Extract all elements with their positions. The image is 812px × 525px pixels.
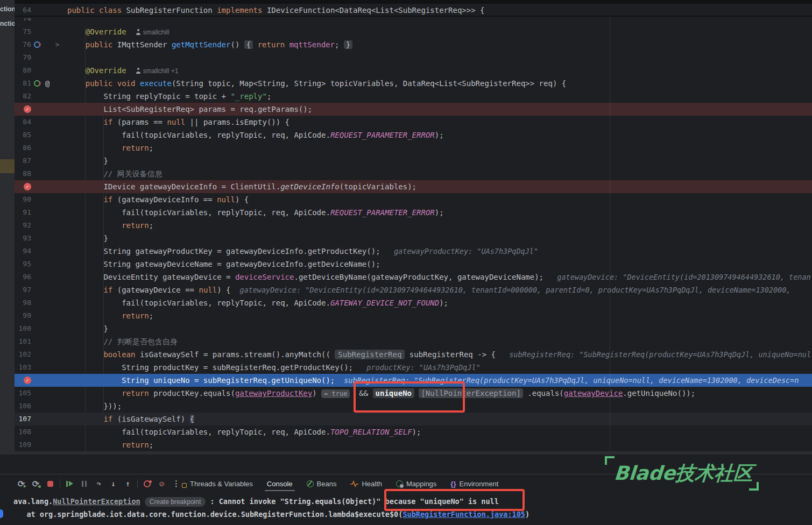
- gutter[interactable]: 92: [15, 219, 67, 232]
- gutter[interactable]: 103: [15, 361, 67, 374]
- gutter[interactable]: 95: [15, 258, 67, 271]
- code-text[interactable]: public IMqttSender getMqttSender() { ret…: [67, 38, 352, 51]
- line-number[interactable]: 108: [15, 425, 31, 438]
- code-segment[interactable]: Create breakpoint: [145, 497, 206, 507]
- gutter[interactable]: 102: [15, 348, 67, 361]
- line-number[interactable]: 97: [15, 283, 31, 296]
- code-text[interactable]: fail(topicVariables, replyTopic, req, Ap…: [67, 296, 448, 309]
- gutter[interactable]: 87: [15, 154, 67, 167]
- line-number[interactable]: 107: [15, 413, 31, 425]
- code-text[interactable]: }: [67, 232, 108, 245]
- line-number[interactable]: 80: [15, 64, 31, 77]
- gutter[interactable]: 74: [15, 18, 67, 25]
- tab-environment[interactable]: Environment: [450, 474, 498, 493]
- gutter[interactable]: 99: [15, 309, 67, 322]
- annotation-at-icon[interactable]: [45, 77, 50, 90]
- gutter[interactable]: 98: [15, 296, 67, 309]
- code-text[interactable]: fail(topicVariables, replyTopic, req, Ap…: [67, 425, 421, 438]
- line-number[interactable]: 87: [15, 154, 31, 167]
- code-text[interactable]: String gatewayProductKey = gatewayDevice…: [67, 245, 538, 258]
- code-segment[interactable]: gatewayDevice: [564, 389, 623, 398]
- gutter[interactable]: 107: [15, 413, 67, 425]
- breakpoint-icon[interactable]: ✓: [24, 183, 31, 190]
- line-number[interactable]: 76: [15, 38, 31, 51]
- step-out-icon[interactable]: [121, 477, 135, 490]
- code-segment[interactable]: gatewayProductKey: [235, 389, 312, 398]
- gutter[interactable]: ✓: [15, 103, 67, 116]
- gutter[interactable]: 81: [15, 77, 67, 90]
- rerun-icon[interactable]: [14, 477, 29, 490]
- line-number[interactable]: 101: [15, 335, 31, 348]
- rerun-debug-icon[interactable]: [29, 477, 43, 490]
- code-text[interactable]: String productKey = subRegisterReq.getPr…: [67, 361, 481, 374]
- line-number[interactable]: 82: [15, 90, 31, 103]
- code-text[interactable]: boolean isGatewaySelf = params.stream().…: [67, 348, 812, 361]
- tab-beans[interactable]: Beans: [307, 474, 337, 493]
- code-text[interactable]: String gatewayDeviceName = gatewayDevice…: [67, 258, 380, 271]
- gutter[interactable]: 101: [15, 335, 67, 348]
- line-number[interactable]: 75: [15, 25, 31, 38]
- code-text[interactable]: if (gatewayDeviceInfo == null) {: [67, 193, 249, 206]
- gutter[interactable]: 91: [15, 206, 67, 219]
- cutoff-tab-label[interactable]: ction: [0, 5, 15, 13]
- gutter[interactable]: 79: [15, 51, 67, 64]
- cutoff-tab-label[interactable]: nctio: [0, 20, 15, 27]
- code-text[interactable]: String uniqueNo = subRegisterReq.getUniq…: [67, 374, 799, 387]
- code-text[interactable]: return;: [67, 309, 153, 322]
- line-number[interactable]: 105: [15, 387, 31, 400]
- implements-icon[interactable]: [34, 80, 40, 87]
- gutter[interactable]: 75: [15, 25, 67, 38]
- code-text[interactable]: IDevice gatewayDeviceInfo = ClientUtil.g…: [67, 180, 416, 193]
- code-text[interactable]: if (params == null || params.isEmpty()) …: [67, 116, 290, 129]
- line-number[interactable]: 103: [15, 361, 31, 374]
- line-number[interactable]: 81: [15, 77, 31, 90]
- more-options-icon[interactable]: [169, 477, 183, 490]
- line-number[interactable]: 106: [15, 400, 31, 413]
- gutter[interactable]: ✓: [15, 374, 67, 387]
- line-number[interactable]: 98: [15, 296, 31, 309]
- gutter[interactable]: 64: [15, 4, 67, 17]
- code-segment[interactable]: SubRegisterFunction.java:105: [403, 510, 525, 519]
- override-icon[interactable]: [34, 41, 40, 48]
- fold-chevron-icon[interactable]: [55, 38, 59, 51]
- gutter[interactable]: ✓: [15, 180, 67, 193]
- gutter[interactable]: 100: [15, 322, 67, 335]
- code-text[interactable]: @Override smallchill: [67, 25, 169, 38]
- code-text[interactable]: // 判断是否包含自身: [67, 335, 178, 348]
- line-number[interactable]: 102: [15, 348, 31, 361]
- gutter[interactable]: 84: [15, 116, 67, 129]
- tab-threads-variables[interactable]: Threads & Variables: [182, 474, 253, 493]
- code-text[interactable]: // 网关设备信息: [67, 167, 163, 180]
- code-text[interactable]: public void execute(String topic, Map<St…: [67, 77, 566, 90]
- gutter[interactable]: 97: [15, 283, 67, 296]
- gutter[interactable]: 90: [15, 193, 67, 206]
- line-number[interactable]: 74: [15, 18, 31, 25]
- pause-icon[interactable]: [77, 477, 91, 490]
- line-number[interactable]: 93: [15, 232, 31, 245]
- line-number[interactable]: 100: [15, 322, 31, 335]
- line-number[interactable]: 85: [15, 129, 31, 141]
- gutter[interactable]: 85: [15, 129, 67, 141]
- code-text[interactable]: List<SubRegisterReq> params = req.getPar…: [67, 103, 312, 116]
- code-text[interactable]: @Override smallchill +1: [67, 64, 178, 77]
- tab-health[interactable]: Health: [350, 474, 382, 493]
- code-text[interactable]: String replyTopic = topic + "_reply";: [67, 90, 271, 103]
- sticky-header-line[interactable]: 64public class SubRegisterFunction imple…: [15, 4, 812, 17]
- view-breakpoints-icon[interactable]: [140, 477, 154, 490]
- gutter[interactable]: 105: [15, 387, 67, 400]
- code-text[interactable]: return productKey.equals(gatewayProductK…: [67, 387, 695, 400]
- code-text[interactable]: }: [67, 154, 108, 167]
- gutter[interactable]: 109: [15, 438, 67, 451]
- code-text[interactable]: fail(topicVariables, replyTopic, req, Ap…: [67, 206, 444, 219]
- line-number[interactable]: 99: [15, 309, 31, 322]
- line-number[interactable]: 91: [15, 206, 31, 219]
- code-text[interactable]: public class SubRegisterFunction impleme…: [67, 4, 484, 17]
- line-number[interactable]: 86: [15, 141, 31, 154]
- gutter[interactable]: 82: [15, 90, 67, 103]
- code-text[interactable]: if (isGatewaySelf) {: [67, 413, 194, 425]
- code-text[interactable]: return;: [67, 438, 153, 451]
- line-number[interactable]: 95: [15, 258, 31, 271]
- stop-icon[interactable]: [43, 477, 58, 490]
- line-number[interactable]: 96: [15, 271, 31, 283]
- breakpoint-icon[interactable]: ✓: [24, 377, 31, 384]
